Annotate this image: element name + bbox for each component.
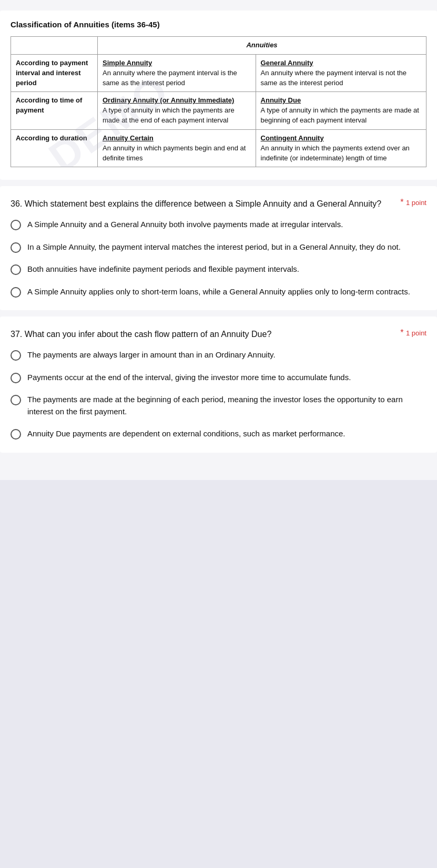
radio-circle-1-1[interactable] [11,373,21,383]
table-row: According to time of paymentOrdinary Ann… [11,92,426,130]
classification-section: Classification of Annuities (items 36-45… [0,11,437,180]
option-item-1-3[interactable]: Annuity Due payments are dependent on ex… [11,428,426,440]
option-text-0-3: A Simple Annuity applies only to short-t… [27,286,410,298]
option-item-1-1[interactable]: Payments occur at the end of the interva… [11,372,426,384]
table-row: According to durationAnnuity CertainAn a… [11,129,426,167]
question-text-1: 37. What can you infer about the cash fl… [11,328,400,341]
table-cell-col1-1: Ordinary Annuity (or Annuity Immediate)A… [98,92,256,130]
table-row: According to payment interval and intere… [11,54,426,92]
options-list-1: The payments are always larger in amount… [11,349,426,440]
question-header-1: 37. What can you infer about the cash fl… [11,328,426,341]
table-cell-col1-0: Simple AnnuityAn annuity where the payme… [98,54,256,92]
radio-circle-0-2[interactable] [11,264,21,275]
annuities-table: Annuities According to payment interval … [11,36,426,167]
points-label-0: * 1 point [400,198,426,207]
option-item-0-0[interactable]: A Simple Annuity and a General Annuity b… [11,219,426,231]
option-text-1-3: Annuity Due payments are dependent on ex… [27,428,345,440]
radio-circle-1-2[interactable] [11,395,21,405]
option-text-1-0: The payments are always larger in amount… [27,349,276,361]
question-section-1: 37. What can you infer about the cash fl… [0,316,437,453]
points-label-1: * 1 point [400,328,426,338]
row-header-0: According to payment interval and intere… [11,54,98,92]
annuities-main-header: Annuities [98,37,426,55]
radio-circle-0-1[interactable] [11,242,21,253]
row-header-1: According to time of payment [11,92,98,130]
options-list-0: A Simple Annuity and a General Annuity b… [11,219,426,298]
option-text-1-1: Payments occur at the end of the interva… [27,372,351,384]
page: Classification of Annuities (items 36-45… [0,0,437,480]
question-section-0: 36. Which statement best explains the di… [0,186,437,310]
empty-header-cell [11,37,98,55]
table-cell-col1-2: Annuity CertainAn annuity in which payme… [98,129,256,167]
option-text-0-0: A Simple Annuity and a General Annuity b… [27,219,343,231]
option-item-1-0[interactable]: The payments are always larger in amount… [11,349,426,361]
option-item-0-2[interactable]: Both annuities have indefinite payment p… [11,263,426,275]
radio-circle-1-3[interactable] [11,429,21,440]
radio-circle-0-3[interactable] [11,287,21,298]
question-text-0: 36. Which statement best explains the di… [11,198,400,210]
option-item-0-1[interactable]: In a Simple Annuity, the payment interva… [11,241,426,253]
option-text-0-1: In a Simple Annuity, the payment interva… [27,241,401,253]
radio-circle-0-0[interactable] [11,220,21,230]
table-cell-col2-0: General AnnuityAn annuity where the paym… [256,54,426,92]
section-title: Classification of Annuities (items 36-45… [11,20,426,29]
option-text-1-2: The payments are made at the beginning o… [27,394,426,417]
option-text-0-2: Both annuities have indefinite payment p… [27,263,299,275]
table-cell-col2-1: Annuity DueA type of annuity in which th… [256,92,426,130]
option-item-1-2[interactable]: The payments are made at the beginning o… [11,394,426,417]
row-header-2: According to duration [11,129,98,167]
table-wrapper: DEMO Annuities According to payment inte… [11,36,426,167]
option-item-0-3[interactable]: A Simple Annuity applies only to short-t… [11,286,426,298]
table-cell-col2-2: Contingent AnnuityAn annuity in which th… [256,129,426,167]
radio-circle-1-0[interactable] [11,350,21,361]
question-header-0: 36. Which statement best explains the di… [11,198,426,210]
